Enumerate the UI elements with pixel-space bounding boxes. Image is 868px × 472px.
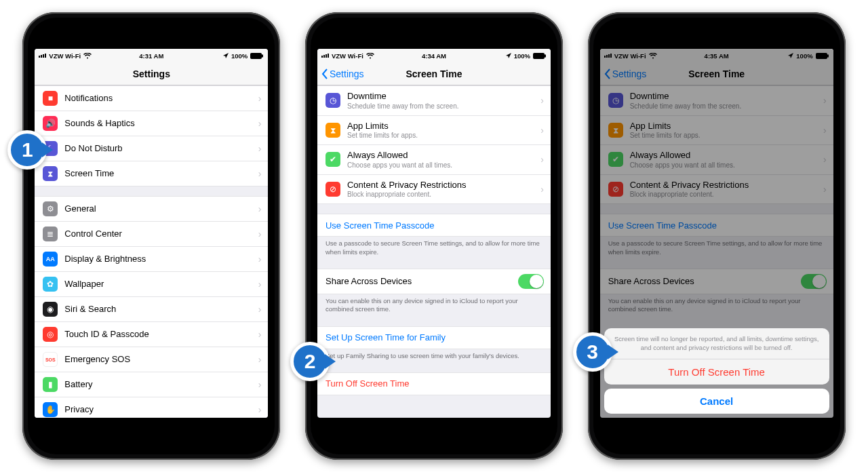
list-cell[interactable]: AADisplay & Brightness› bbox=[35, 247, 268, 272]
list-cell[interactable]: Turn Off Screen Time bbox=[317, 372, 551, 395]
list-cell[interactable]: ✿Wallpaper› bbox=[35, 272, 268, 297]
chevron-right-icon: › bbox=[258, 203, 262, 214]
cell-label: Set Up Screen Time for Family bbox=[326, 332, 544, 343]
cell-label: Downtime bbox=[347, 91, 534, 102]
battery-pct: 100% bbox=[231, 52, 248, 60]
back-button[interactable]: Settings bbox=[604, 68, 647, 79]
device-frame: VZW Wi-Fi 4:35 AM 100% Settings bbox=[588, 12, 846, 460]
signal-icon bbox=[321, 54, 329, 58]
cell-subtitle: Block inappropriate content. bbox=[347, 191, 534, 199]
toggle-switch[interactable] bbox=[801, 274, 827, 289]
downtime-icon: ◷ bbox=[608, 93, 623, 108]
screen: VZW Wi-Fi 4:34 AM 100% Settings bbox=[317, 49, 551, 418]
signal-icon bbox=[604, 54, 612, 58]
carrier-label: VZW Wi-Fi bbox=[614, 52, 646, 60]
cell-label: Do Not Disturb bbox=[64, 143, 251, 154]
cell-subtitle: Set time limits for apps. bbox=[347, 132, 534, 140]
cell-subtitle: Schedule time away from the screen. bbox=[347, 102, 534, 111]
list-cell[interactable]: ⧗Screen Time› bbox=[35, 161, 268, 186]
cell-subtitle: Schedule time away from the screen. bbox=[630, 102, 816, 111]
privacy-icon: ✋ bbox=[43, 402, 58, 417]
wifi-icon bbox=[366, 53, 374, 59]
group-footer: Set up Family Sharing to use screen time… bbox=[317, 349, 551, 363]
chevron-right-icon: › bbox=[258, 304, 262, 315]
carrier-label: VZW Wi-Fi bbox=[332, 52, 363, 60]
chevron-right-icon: › bbox=[258, 279, 262, 290]
list-cell[interactable]: ▮Battery› bbox=[35, 372, 268, 397]
list-cell[interactable]: ⧗App LimitsSet time limits for apps.› bbox=[600, 116, 833, 146]
list-cell[interactable]: ⚙General› bbox=[35, 196, 268, 222]
list-cell[interactable]: ≣Control Center› bbox=[35, 222, 268, 247]
cell-subtitle: Set time limits for apps. bbox=[630, 132, 816, 140]
list-cell[interactable]: ⊘Content & Privacy RestrictionsBlock ina… bbox=[317, 175, 551, 205]
check-icon: ✔ bbox=[326, 152, 340, 167]
nosign-icon: ⊘ bbox=[608, 182, 623, 197]
list-cell[interactable]: ◎Touch ID & Passcode› bbox=[35, 322, 268, 347]
list-cell[interactable]: 🔊Sounds & Haptics› bbox=[35, 111, 268, 136]
list-cell[interactable]: Share Across Devices bbox=[600, 269, 833, 294]
touchid-icon: ◎ bbox=[43, 327, 58, 342]
location-icon bbox=[506, 53, 511, 58]
chevron-left-icon bbox=[321, 68, 328, 79]
sheet-message: Screen time will no longer be reported, … bbox=[604, 328, 829, 359]
navbar: Settings Screen Time bbox=[317, 62, 551, 85]
cell-label: App Limits bbox=[347, 121, 534, 132]
list-cell[interactable]: Set Up Screen Time for Family bbox=[317, 326, 551, 349]
list-cell[interactable]: Share Across Devices bbox=[317, 269, 551, 294]
sheet-cancel-button[interactable]: Cancel bbox=[604, 389, 829, 414]
list-cell[interactable]: ◷DowntimeSchedule time away from the scr… bbox=[600, 85, 833, 116]
cell-subtitle: Choose apps you want at all times. bbox=[630, 161, 816, 170]
group-footer: Use a passcode to secure Screen Time set… bbox=[600, 237, 833, 259]
sheet-turn-off-button[interactable]: Turn Off Screen Time bbox=[604, 359, 829, 385]
carrier-label: VZW Wi-Fi bbox=[49, 52, 81, 60]
list-cell[interactable]: ☾Do Not Disturb› bbox=[35, 136, 268, 161]
status-bar: VZW Wi-Fi 4:31 AM 100% bbox=[35, 49, 268, 62]
list-cell[interactable]: Use Screen Time Passcode bbox=[317, 214, 551, 237]
gear-icon: ⚙ bbox=[43, 201, 58, 216]
svg-rect-3 bbox=[545, 54, 546, 57]
list-cell[interactable]: ◷DowntimeSchedule time away from the scr… bbox=[317, 85, 551, 116]
list-cell[interactable]: Use Screen Time Passcode bbox=[600, 214, 833, 237]
nav-title: Screen Time bbox=[406, 68, 462, 79]
chevron-right-icon: › bbox=[258, 168, 262, 179]
battery-pct: 100% bbox=[514, 52, 530, 60]
status-bar: VZW Wi-Fi 4:34 AM 100% bbox=[317, 49, 551, 62]
battery-icon bbox=[533, 53, 547, 59]
group-footer: You can enable this on any device signed… bbox=[600, 294, 833, 317]
chevron-right-icon: › bbox=[540, 125, 544, 136]
wifi-icon bbox=[649, 53, 657, 59]
chevron-right-icon: › bbox=[258, 329, 262, 340]
cell-label: Content & Privacy Restrictions bbox=[347, 180, 534, 191]
settings-list[interactable]: ■Notifications›🔊Sounds & Haptics›☾Do Not… bbox=[35, 85, 268, 418]
back-button[interactable]: Settings bbox=[321, 68, 364, 79]
status-bar: VZW Wi-Fi 4:35 AM 100% bbox=[600, 49, 833, 62]
svg-rect-4 bbox=[816, 53, 827, 59]
list-cell[interactable]: ✋Privacy› bbox=[35, 397, 268, 418]
cell-label: Wallpaper bbox=[64, 279, 251, 290]
cell-label: Use Screen Time Passcode bbox=[608, 220, 827, 231]
cell-label: Share Across Devices bbox=[326, 276, 511, 287]
svg-rect-1 bbox=[262, 54, 263, 57]
cell-subtitle: Block inappropriate content. bbox=[630, 191, 816, 199]
group-footer: Use a passcode to secure Screen Time set… bbox=[317, 237, 551, 259]
nav-title: Screen Time bbox=[688, 68, 745, 79]
list-cell[interactable]: ◉Siri & Search› bbox=[35, 297, 268, 322]
chevron-right-icon: › bbox=[823, 184, 827, 195]
list-cell[interactable]: ✔Always AllowedChoose apps you want at a… bbox=[600, 145, 833, 175]
cell-label: Siri & Search bbox=[64, 304, 251, 315]
wallpaper-icon: ✿ bbox=[43, 277, 58, 292]
sos-icon: SOS bbox=[43, 352, 58, 367]
list-cell[interactable]: SOSEmergency SOS› bbox=[35, 347, 268, 372]
screentime-list[interactable]: ◷DowntimeSchedule time away from the scr… bbox=[317, 85, 551, 418]
toggle-switch[interactable] bbox=[518, 274, 544, 289]
list-cell[interactable]: ✔Always AllowedChoose apps you want at a… bbox=[317, 145, 551, 175]
cell-label: Always Allowed bbox=[630, 150, 816, 161]
list-cell[interactable]: ■Notifications› bbox=[35, 85, 268, 111]
battery-pct: 100% bbox=[796, 52, 812, 60]
list-cell[interactable]: ⧗App LimitsSet time limits for apps.› bbox=[317, 116, 551, 146]
cell-label: Display & Brightness bbox=[64, 254, 251, 264]
navbar: Settings Screen Time bbox=[600, 62, 833, 85]
step-badge-2: 2 bbox=[290, 342, 330, 381]
device-frame: VZW Wi-Fi 4:31 AM 100% Settings ■Notific… bbox=[22, 12, 280, 460]
list-cell[interactable]: ⊘Content & Privacy RestrictionsBlock ina… bbox=[600, 175, 833, 205]
